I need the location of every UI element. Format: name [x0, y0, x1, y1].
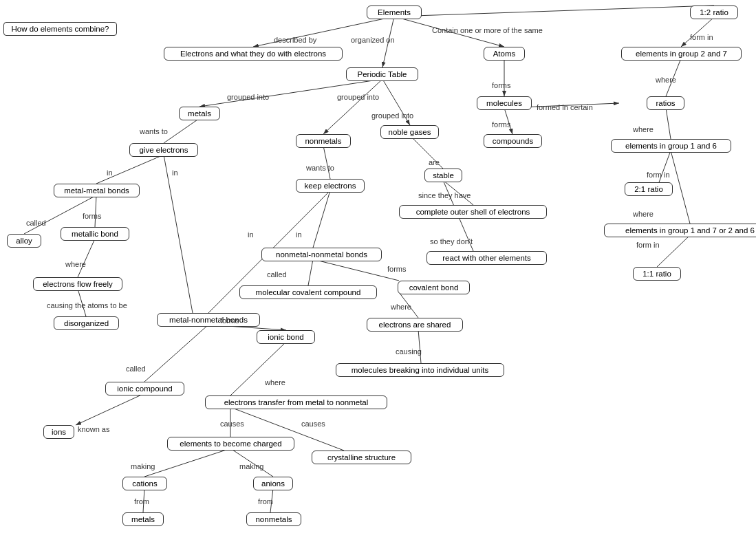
node-molecules_node: molecules	[477, 96, 532, 110]
concept-map: ElementsHow do elements combine?Electron…	[0, 0, 756, 542]
svg-line-6	[323, 79, 382, 134]
svg-line-29	[230, 342, 286, 395]
node-elements: Elements	[367, 6, 422, 19]
node-electrons_shared: electrons are shared	[367, 318, 463, 332]
label-4: forms	[492, 120, 511, 129]
svg-line-43	[657, 235, 690, 267]
label-8: are	[429, 158, 440, 166]
label-10: so they don't	[430, 237, 473, 246]
label-35: form in	[690, 33, 713, 41]
node-compounds: compounds	[484, 134, 542, 148]
svg-line-18	[95, 195, 96, 227]
node-question: How do elements combine?	[3, 22, 117, 36]
svg-line-14	[164, 118, 199, 143]
node-nonmetals: nonmetals	[296, 134, 351, 148]
label-20: causing the atoms to be	[47, 301, 127, 310]
svg-line-27	[418, 329, 421, 363]
node-ratio12: 1:2 ratio	[690, 6, 738, 19]
node-elements_g2_7: elements in group 2 and 7	[621, 47, 742, 61]
node-metal_nonmetal: metal-nonmetal bonds	[157, 313, 260, 327]
svg-line-40	[666, 108, 671, 139]
node-molecular_covalent: molecular covalent compound	[239, 285, 377, 299]
label-12: wants to	[306, 164, 334, 172]
label-14: in	[172, 169, 178, 177]
label-38: where	[633, 125, 654, 133]
label-40: form in	[636, 241, 660, 249]
label-18: forms	[83, 212, 102, 220]
node-atoms: Atoms	[484, 47, 525, 61]
svg-line-37	[76, 393, 144, 425]
svg-line-22	[313, 191, 330, 248]
svg-line-16	[164, 155, 193, 313]
label-24: causing	[396, 347, 422, 356]
node-nonmetals2: nonmetals	[246, 512, 301, 526]
node-ions: ions	[43, 425, 74, 439]
label-39: where	[633, 210, 654, 218]
node-ionic_bond: ionic bond	[257, 330, 315, 344]
svg-line-30	[144, 325, 208, 382]
label-26: called	[126, 365, 146, 373]
label-19: where	[65, 260, 86, 268]
svg-line-42	[671, 151, 690, 224]
label-37: formed in certain	[537, 103, 593, 111]
node-metal_metal: metal-metal bonds	[54, 184, 140, 197]
svg-line-38	[681, 17, 714, 47]
node-keep_electrons: keep electrons	[296, 179, 365, 193]
label-3: forms	[492, 81, 511, 89]
label-17: called	[26, 219, 46, 227]
svg-line-25	[313, 259, 399, 281]
label-31: making	[131, 462, 155, 470]
label-13: in	[107, 169, 113, 177]
svg-line-33	[144, 448, 230, 477]
label-32: making	[239, 462, 263, 470]
label-36: where	[656, 76, 676, 84]
node-stable: stable	[424, 169, 462, 182]
node-electrons_desc: Electrons and what they do with electron…	[164, 47, 343, 61]
label-0: described by	[274, 36, 316, 44]
node-metals: metals	[179, 107, 220, 120]
label-7: grouped into	[371, 111, 413, 120]
svg-line-4	[394, 6, 714, 17]
label-28: causes	[220, 420, 244, 428]
label-23: where	[391, 303, 411, 311]
node-react_other: react with other elements	[426, 251, 547, 265]
label-29: causes	[301, 420, 325, 428]
label-1: organized on	[351, 36, 395, 44]
node-electrons_flow: electrons flow freely	[33, 277, 122, 291]
svg-line-19	[78, 239, 95, 277]
node-elements_charged: elements to become charged	[167, 437, 294, 451]
node-give_electrons: give electrons	[129, 143, 198, 157]
node-covalent_bond: covalent bond	[398, 281, 470, 294]
node-complete_outer: complete outer shell of electrons	[399, 205, 547, 219]
node-anions: anions	[253, 477, 293, 490]
label-16: in	[296, 230, 302, 239]
label-5: grouped into	[227, 93, 269, 101]
label-15: in	[248, 230, 254, 239]
node-ratio21: 2:1 ratio	[625, 182, 673, 196]
label-25: forms	[220, 316, 239, 325]
node-cations: cations	[122, 477, 167, 490]
svg-line-21	[323, 146, 330, 179]
node-noble_gases: noble gases	[380, 125, 439, 139]
node-metals2: metals	[122, 512, 164, 526]
label-11: wants to	[140, 127, 168, 136]
label-22: forms	[387, 265, 407, 273]
node-periodic_table: Periodic Table	[346, 67, 418, 81]
node-electrons_transfer: electrons transfer from metal to nonmeta…	[205, 395, 387, 409]
node-elements_g1_7_2_6: elements in group 1 and 7 or 2 and 6	[604, 224, 756, 237]
label-41: form in	[647, 171, 670, 179]
label-33: from	[134, 497, 149, 506]
label-2: Contain one or more of the same	[432, 26, 543, 34]
node-ionic_compound: ionic compound	[105, 382, 184, 395]
node-disorganized: disorganized	[54, 316, 119, 330]
label-27: where	[265, 378, 285, 387]
label-30: known as	[78, 425, 109, 433]
label-34: from	[258, 497, 273, 506]
node-metallic_bond: metallic bond	[61, 227, 129, 241]
node-ratios: ratios	[647, 96, 684, 110]
node-alloy: alloy	[7, 234, 41, 248]
node-ratio11: 1:1 ratio	[633, 267, 681, 281]
node-elements_g1_6: elements in group 1 and 6	[611, 139, 731, 153]
node-nonmetal_nonmetal: nonmetal-nonmetal bonds	[261, 248, 382, 261]
node-crystalline: crystalline structure	[312, 451, 411, 464]
